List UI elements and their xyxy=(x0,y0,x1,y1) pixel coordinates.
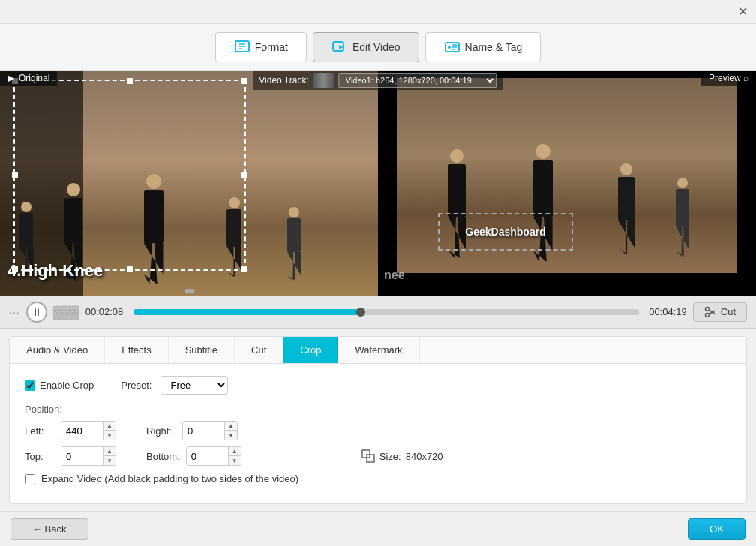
tab-audio-video[interactable]: Audio & Video xyxy=(10,337,105,363)
back-button[interactable]: ← Back xyxy=(10,518,88,540)
close-button[interactable]: ✕ xyxy=(735,4,750,20)
video-text-right-overlay: nee xyxy=(384,268,405,282)
scissors-icon xyxy=(704,306,716,318)
top-spin-down[interactable]: ▼ xyxy=(104,456,116,465)
edit-video-icon xyxy=(332,39,348,56)
video-frame-left: 4.High Knee xyxy=(0,70,378,296)
watermark-text: GeekDashboard xyxy=(465,226,545,238)
tab-watermark[interactable]: Watermark xyxy=(338,337,419,363)
top-input-wrapper: ▲ ▼ xyxy=(61,446,116,466)
preset-select[interactable]: Free 16:9 4:3 1:1 9:16 xyxy=(160,376,228,394)
cut-button[interactable]: Cut xyxy=(693,302,747,322)
left-input-wrapper: ▲ ▼ xyxy=(61,421,116,440)
bottom-spin: ▲ ▼ xyxy=(228,447,241,465)
top-field-group: Top: ▲ ▼ xyxy=(25,446,116,466)
progress-thumb[interactable] xyxy=(356,308,365,316)
svg-rect-15 xyxy=(362,450,370,458)
crop-bottom-handle[interactable] xyxy=(185,289,194,293)
progress-fill xyxy=(134,309,361,315)
crop-handle-rm[interactable] xyxy=(242,172,248,178)
bottom-input[interactable] xyxy=(187,447,228,465)
position-label: Position: xyxy=(25,404,731,415)
name-tag-icon xyxy=(444,39,460,56)
position-section: Position: Left: ▲ ▼ R xyxy=(25,404,731,466)
right-spin: ▲ ▼ xyxy=(224,422,237,440)
crop-handle-lm[interactable] xyxy=(12,172,18,178)
pause-icon: ⏸ xyxy=(32,306,42,318)
svg-rect-16 xyxy=(367,454,374,462)
expand-video-row: Expand Video (Add black padding to two s… xyxy=(25,473,731,484)
tab-subtitle[interactable]: Subtitle xyxy=(169,337,235,363)
crop-handle-bl[interactable] xyxy=(12,266,18,272)
right-spin-down[interactable]: ▼ xyxy=(225,430,237,440)
track-selector[interactable]: Video1: h264, 1280x720, 00:04:19 xyxy=(339,73,497,88)
ok-button[interactable]: OK xyxy=(688,518,746,540)
toolbar: Format Edit Video Name & Tag xyxy=(0,24,756,70)
watermark-overlay[interactable]: GeekDashboard xyxy=(438,213,573,250)
enable-crop-checkbox-label[interactable]: Enable Crop xyxy=(25,380,94,391)
size-label: Size: xyxy=(380,451,401,462)
tab-cut[interactable]: Cut xyxy=(235,337,284,363)
preview-person-4 xyxy=(676,178,689,256)
left-label: Left: xyxy=(25,425,55,436)
right-input-wrapper: ▲ ▼ xyxy=(182,421,238,440)
crop-handle-br[interactable] xyxy=(242,266,248,272)
title-bar: ✕ xyxy=(0,0,756,24)
size-info: Size: 840x720 xyxy=(362,449,443,463)
playback-controls: ··· ⏸ ▓▓▓ 00:02:08 00:04:19 Cut xyxy=(0,296,756,328)
format-icon xyxy=(234,39,250,56)
name-tag-label: Name & Tag xyxy=(465,41,523,53)
pause-button[interactable]: ⏸ xyxy=(26,302,47,322)
left-spin-down[interactable]: ▼ xyxy=(104,430,116,440)
track-thumbnail-icon xyxy=(314,73,334,88)
bottom-spin-up[interactable]: ▲ xyxy=(229,447,241,456)
tab-crop[interactable]: Crop xyxy=(284,337,338,363)
svg-point-11 xyxy=(705,307,709,310)
left-input[interactable] xyxy=(62,422,103,440)
video-labels-bar: ▶ Original Video Track: Video1: h264, 12… xyxy=(0,70,756,86)
right-input[interactable] xyxy=(183,422,224,440)
enable-crop-checkbox[interactable] xyxy=(25,380,35,391)
cut-label: Cut xyxy=(721,306,736,317)
bottom-input-wrapper: ▲ ▼ xyxy=(186,446,242,466)
current-time: 00:02:08 xyxy=(86,306,128,317)
bottom-field-group: Bottom: ▲ ▼ xyxy=(146,446,242,466)
tab-panel: Audio & Video Effects Subtitle Cut Crop … xyxy=(9,336,747,504)
person-5 xyxy=(287,207,301,280)
video-frame-right: GeekDashboard nee xyxy=(378,70,756,296)
left-field-group: Left: ▲ ▼ xyxy=(25,421,116,440)
left-right-row: Left: ▲ ▼ Right: xyxy=(25,421,731,440)
enable-crop-label: Enable Crop xyxy=(40,380,94,391)
top-spin: ▲ ▼ xyxy=(103,447,116,465)
left-spin-up[interactable]: ▲ xyxy=(104,422,116,430)
resize-icon xyxy=(362,449,375,463)
top-spin-up[interactable]: ▲ xyxy=(104,447,116,456)
total-time: 00:04:19 xyxy=(645,306,687,317)
sound-icon: ▓▓▓ xyxy=(53,305,80,319)
progress-bar[interactable] xyxy=(134,309,639,315)
video-track-label: Video Track: xyxy=(259,75,308,86)
expand-video-checkbox[interactable] xyxy=(25,474,35,484)
video-frames: 4.High Knee xyxy=(0,70,756,296)
tabs-bar: Audio & Video Effects Subtitle Cut Crop … xyxy=(10,337,746,364)
preview-label: Preview ⌕ xyxy=(701,70,756,86)
left-spin: ▲ ▼ xyxy=(103,422,116,440)
bottom-spin-down[interactable]: ▼ xyxy=(229,456,241,465)
video-area: ▶ Original Video Track: Video1: h264, 12… xyxy=(0,70,756,296)
crop-overlay[interactable] xyxy=(14,80,246,271)
bottom-bar: ← Back OK xyxy=(0,512,756,546)
right-label: Right: xyxy=(146,425,176,436)
preset-label: Preset: xyxy=(121,380,152,391)
top-bottom-row: Top: ▲ ▼ Bottom: xyxy=(25,446,731,466)
format-button[interactable]: Format xyxy=(215,32,307,62)
video-bg-left: 4.High Knee xyxy=(0,70,378,296)
original-label: ▶ Original xyxy=(0,70,57,86)
tab-effects[interactable]: Effects xyxy=(105,337,169,363)
top-input[interactable] xyxy=(62,447,103,465)
edit-video-button[interactable]: Edit Video xyxy=(313,32,419,62)
crop-handle-bm[interactable] xyxy=(127,266,133,272)
right-spin-up[interactable]: ▲ xyxy=(225,422,237,430)
top-label: Top: xyxy=(25,451,55,462)
name-tag-button[interactable]: Name & Tag xyxy=(425,32,542,62)
enable-crop-row: Enable Crop Preset: Free 16:9 4:3 1:1 9:… xyxy=(25,376,731,394)
